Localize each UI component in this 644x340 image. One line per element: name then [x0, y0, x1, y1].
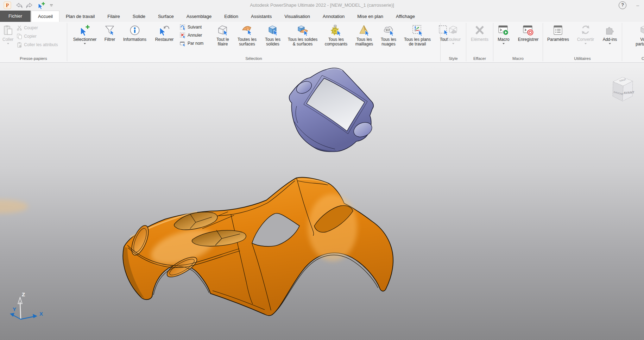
window-controls: ? – [619, 1, 639, 9]
copy-button: Copier [17, 33, 58, 40]
powershape-window: P Autodesk PowerShape Ultimate 2022 - [N… [0, 0, 644, 340]
tab-solide[interactable]: Solide [126, 11, 152, 22]
group-style: Couleur Style [441, 22, 466, 62]
macro-button[interactable]: Macro [493, 23, 514, 56]
dropdown-caret-icon [452, 43, 454, 44]
group-label: Effacer [466, 56, 493, 62]
group-label: Coll [622, 56, 644, 62]
tab-accueil[interactable]: Accueil [31, 11, 59, 22]
minimize-icon[interactable]: – [636, 2, 639, 9]
title-bar: P Autodesk PowerShape Ultimate 2022 - [N… [0, 0, 644, 11]
select-add-cursor-icon[interactable] [37, 1, 46, 9]
group-erase: Eléments Effacer [466, 22, 493, 62]
group-macro: Macro Enregistrer Macro [493, 22, 543, 62]
help-icon[interactable]: ? [619, 1, 626, 9]
select-all-surfaces-button[interactable]: Toutes les surfaces [233, 23, 261, 56]
surface-patch-icon [241, 23, 253, 37]
tab-surface[interactable]: Surface [152, 11, 180, 22]
shared-views-button[interactable]: Vues partagées [632, 23, 644, 56]
tab-assistants[interactable]: Assistants [245, 11, 278, 22]
record-macro-button[interactable]: Enregistrer [514, 23, 543, 56]
select-by-name-icon [180, 41, 186, 47]
view-cube[interactable]: HAUT GAUCHE AVANT [613, 77, 634, 101]
tab-fichier[interactable]: Fichier [0, 11, 31, 22]
dropdown-caret-icon [609, 43, 611, 44]
macro-play-icon [498, 23, 509, 37]
redo-icon[interactable] [26, 2, 34, 9]
view-cube-front-label: AVANT [623, 91, 634, 95]
select-next-button[interactable]: Suivant [180, 24, 210, 31]
windscreen-frame-model[interactable] [289, 68, 374, 152]
point-cloud-icon [383, 23, 394, 37]
select-all-components-button[interactable]: Tous les composants [321, 23, 352, 56]
select-by-name-button[interactable]: Par nom [180, 40, 210, 47]
dropdown-caret-icon [84, 43, 86, 44]
tab-filaire[interactable]: Filaire [101, 11, 126, 22]
select-all-workplanes-button[interactable]: Tous les plans de travail [400, 23, 435, 56]
group-label: Presse-papiers [0, 56, 67, 62]
erase-elements-button: Eléments [470, 23, 490, 56]
delete-x-icon [474, 23, 485, 37]
select-all-meshes-button[interactable]: Tous les maillages [352, 23, 377, 56]
color-cube-icon [448, 23, 459, 37]
dropdown-caret-icon [503, 43, 505, 44]
tab-visualisation[interactable]: Visualisation [278, 11, 316, 22]
info-icon [130, 23, 140, 37]
informations-button[interactable]: Informations [119, 23, 151, 56]
select-all-clouds-button[interactable]: Tous les nuages [377, 23, 400, 56]
select-all-wireframe-button[interactable]: Tout le filaire [212, 23, 233, 56]
wireframe-cube-icon [217, 23, 228, 37]
group-label: Macro [493, 56, 543, 62]
addins-button[interactable]: Add-ins [598, 23, 622, 56]
select-all-solids-button[interactable]: Tous les solides [261, 23, 285, 56]
mesh-pyramid-icon [359, 23, 370, 37]
puzzle-piece-icon [604, 23, 615, 37]
undo-icon[interactable] [15, 2, 23, 9]
select-all-solids-surfaces-button[interactable]: Tous les solides & surfaces [285, 23, 321, 56]
dropdown-caret-icon [585, 43, 587, 44]
axis-z-label: Z [22, 291, 25, 297]
settings-button[interactable]: Paramètres [543, 23, 573, 56]
convert-arrows-icon [580, 23, 591, 37]
tab-plan-de-travail[interactable]: Plan de travail [59, 11, 101, 22]
3d-viewport[interactable]: Z Y X HAUT GAUCHE AVANT [0, 63, 644, 340]
tab-mise-en-plan[interactable]: Mise en plan [351, 11, 390, 22]
axis-x-label: X [39, 311, 43, 317]
axis-triad: Z Y X [10, 291, 43, 319]
scissors-icon [17, 25, 22, 31]
settings-list-icon [553, 23, 563, 37]
select-cursor-icon [79, 23, 91, 37]
convert-button: Convertir [573, 23, 598, 56]
group-utilities: Paramètres Convertir Add-ins U [543, 22, 622, 62]
powershape-logo-icon[interactable]: P [4, 1, 11, 9]
clipboard-attributes-icon [17, 42, 22, 48]
clipboard-paste-icon [3, 23, 13, 37]
tab-affichage[interactable]: Affichage [390, 11, 421, 22]
restore-selection-button[interactable]: Restaurer [151, 23, 178, 56]
select-button[interactable]: Sélectionner [69, 23, 101, 56]
cancel-selection-button[interactable]: Annuler [180, 32, 210, 39]
cursor-undo-icon [159, 23, 170, 37]
funnel-icon [105, 23, 115, 37]
cut-button: Couper [17, 24, 58, 31]
dropdown-caret-icon [7, 43, 9, 44]
group-selection: Sélectionner Filtrer Informations [67, 22, 440, 62]
cancel-selection-icon [180, 32, 186, 38]
car-body-model[interactable] [0, 177, 393, 315]
quick-access-toolbar: P [4, 1, 53, 10]
tab-edition[interactable]: Edition [218, 11, 245, 22]
window-title: Autodesk PowerShape Ultimate 2022 - [NEW… [0, 0, 644, 11]
svg-text:P: P [6, 3, 9, 8]
tab-annotation[interactable]: Annotation [316, 11, 351, 22]
paste-attributes-button: Coller les attributs [17, 41, 58, 48]
group-label: Style [441, 56, 466, 62]
ribbon: Coller Couper Copier Coller les attribut… [0, 22, 644, 63]
group-label: Sélection [67, 56, 440, 62]
paste-button: Coller [1, 23, 14, 56]
tab-assemblage[interactable]: Assemblage [180, 11, 218, 22]
solid-cube-icon [267, 23, 278, 37]
filter-button[interactable]: Filtrer [101, 23, 119, 56]
color-button: Couleur [445, 23, 462, 56]
macro-record-icon [523, 23, 534, 37]
customize-quick-access-icon[interactable] [49, 3, 53, 8]
